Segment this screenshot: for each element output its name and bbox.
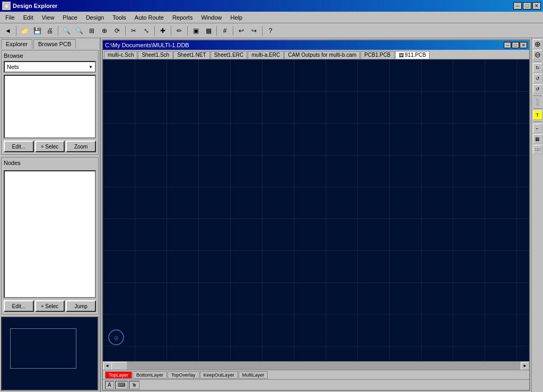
tab-multi-a-erc[interactable]: multi-a.ERC bbox=[248, 51, 284, 59]
toolbar-wire-btn[interactable]: ⤡ bbox=[141, 25, 152, 37]
toolbar-hash-btn[interactable]: # bbox=[219, 25, 231, 37]
toolbar-zoom2-btn[interactable]: ⊕ bbox=[99, 25, 110, 37]
status-keyboard: ⌨ bbox=[115, 381, 128, 389]
menu-bar: File Edit View Place Design Tools Auto R… bbox=[0, 12, 543, 23]
menu-autoroute[interactable]: Auto Route bbox=[130, 13, 168, 22]
menu-tools[interactable]: Tools bbox=[108, 13, 130, 22]
nodes-jump-button[interactable]: Jump bbox=[66, 300, 96, 312]
h-scrollbar[interactable]: ◄ ► bbox=[103, 361, 529, 370]
menu-view[interactable]: View bbox=[38, 13, 59, 22]
toolbar-cut-btn[interactable]: ✂ bbox=[128, 25, 139, 37]
compass-indicator: ◎ bbox=[108, 329, 124, 345]
layer-tab-keepout[interactable]: KeepOutLayer bbox=[200, 371, 238, 379]
toolbar-save-btn[interactable]: 💾 bbox=[31, 25, 43, 37]
pcb-grid bbox=[103, 59, 529, 361]
nodes-edit-button[interactable]: Edit... bbox=[4, 300, 34, 312]
minimize-button[interactable]: ─ bbox=[513, 2, 522, 10]
rt-grid-btn[interactable]: ▦ bbox=[533, 134, 542, 144]
rt-rotccw-btn[interactable]: ↺ bbox=[533, 74, 542, 83]
tab-explorer[interactable]: Explorer bbox=[1, 39, 32, 49]
nodes-list[interactable] bbox=[4, 170, 96, 298]
map-preview bbox=[1, 317, 99, 391]
close-button[interactable]: ✕ bbox=[532, 2, 541, 10]
browse-section: Browse Nets ▼ Edit... ≡ Selec Zoom bbox=[1, 50, 99, 155]
layer-tab-multi[interactable]: MultiLayer bbox=[239, 371, 268, 379]
browse-action-buttons: Edit... ≡ Selec Zoom bbox=[4, 141, 96, 152]
doc-maximize-btn[interactable]: □ bbox=[512, 42, 519, 48]
toolbar-pad-btn[interactable]: ▦ bbox=[203, 25, 214, 37]
toolbar-cross-btn[interactable]: ✚ bbox=[157, 25, 169, 37]
toolbar-redraw-btn[interactable]: ⟳ bbox=[111, 25, 123, 37]
main-layout: Explorer Browse PCB Browse Nets ▼ Edit..… bbox=[0, 38, 543, 392]
rt-dotgrid-btn[interactable]: ∷∷ bbox=[533, 145, 542, 154]
menu-edit[interactable]: Edit bbox=[19, 13, 38, 22]
nodes-action-buttons: Edit... ≡ Selec Jump bbox=[4, 300, 96, 312]
h-scroll-thumb[interactable] bbox=[111, 362, 127, 370]
toolbar-undo-btn[interactable]: ↩ bbox=[235, 25, 247, 37]
toolbar-arrow-btn[interactable]: ◄ bbox=[2, 25, 14, 37]
right-toolbar: ⊕ ⊖ ↻ ↺ ↺ |0,0 T ⌐ ▦ ∷∷ bbox=[531, 38, 543, 392]
nets-dropdown[interactable]: Nets ▼ bbox=[4, 61, 96, 73]
browse-zoom-button[interactable]: Zoom bbox=[66, 141, 96, 152]
toolbar-open-btn[interactable]: 📁 bbox=[19, 25, 30, 37]
pcb-canvas[interactable]: ◎ bbox=[103, 59, 529, 361]
toolbar-pencil-btn[interactable]: ✏ bbox=[173, 25, 185, 37]
layer-tab-top[interactable]: TopLayer bbox=[105, 371, 132, 379]
rt-zoomout-btn[interactable]: ⊖ bbox=[533, 50, 542, 59]
toolbar: ◄ 📁 💾 🖨 🔍 🔍 ⊞ ⊕ ⟳ ✂ ⤡ ✚ ✏ ▣ ▦ # ↩ ↪ ? bbox=[0, 23, 543, 38]
toolbar-zoomin-btn[interactable]: 🔍 bbox=[60, 25, 72, 37]
menu-window[interactable]: Window bbox=[197, 13, 226, 22]
content-area: C:\My Documents\MULTI-1.DDB ─ □ ✕ multi-… bbox=[101, 38, 531, 392]
menu-file[interactable]: File bbox=[1, 13, 19, 22]
scroll-right-btn[interactable]: ► bbox=[521, 362, 529, 370]
toolbar-comp-btn[interactable]: ▣ bbox=[190, 25, 202, 37]
menu-help[interactable]: Help bbox=[226, 13, 247, 22]
layer-tab-bottom[interactable]: BottomLayer bbox=[133, 371, 167, 379]
rt-rotcw-btn[interactable]: ↻ bbox=[533, 63, 542, 73]
doc-close-btn[interactable]: ✕ bbox=[520, 42, 527, 48]
nodes-select-button[interactable]: ≡ Selec bbox=[35, 300, 65, 312]
doc-title: C:\My Documents\MULTI-1.DDB bbox=[105, 42, 189, 48]
h-scroll-track[interactable] bbox=[111, 362, 521, 370]
tab-911-pcb[interactable]: 🖼 911.PCB bbox=[395, 51, 430, 59]
dropdown-arrow-icon: ▼ bbox=[89, 65, 93, 69]
title-bar: ◈ Design Explorer ─ □ ✕ bbox=[0, 0, 543, 12]
tab-cam-outputs[interactable]: CAM Outputs for multi-b.cam bbox=[284, 51, 360, 59]
coord-display: |0,0 bbox=[535, 98, 540, 107]
tab-multi-c-sch[interactable]: multi-c.Sch bbox=[104, 51, 137, 59]
panel-tabs: Explorer Browse PCB bbox=[0, 38, 100, 49]
rt-rot2-btn[interactable]: ↺ bbox=[533, 84, 542, 94]
tab-sheet1-net[interactable]: Sheet1.NET bbox=[173, 51, 209, 59]
status-a: A bbox=[105, 381, 114, 389]
app-title: Design Explorer bbox=[13, 3, 57, 9]
toolbar-zoomfit-btn[interactable]: ⊞ bbox=[86, 25, 98, 37]
tab-browse-pcb[interactable]: Browse PCB bbox=[33, 39, 76, 49]
browse-select-button[interactable]: ≡ Selec bbox=[35, 141, 65, 152]
menu-design[interactable]: Design bbox=[82, 13, 108, 22]
maximize-button[interactable]: □ bbox=[523, 2, 531, 10]
scroll-left-btn[interactable]: ◄ bbox=[103, 362, 111, 370]
rt-text-btn[interactable]: T bbox=[533, 110, 542, 120]
browse-edit-button[interactable]: Edit... bbox=[4, 141, 34, 152]
status-bar: A ⌨ 🖱 bbox=[103, 379, 529, 390]
rt-zoomin-btn[interactable]: ⊕ bbox=[533, 39, 542, 49]
toolbar-redo-btn[interactable]: ↪ bbox=[248, 25, 260, 37]
tab-sheet1-erc[interactable]: Sheet1.ERC bbox=[211, 51, 248, 59]
doc-minimize-btn[interactable]: ─ bbox=[504, 42, 511, 48]
left-panel: Explorer Browse PCB Browse Nets ▼ Edit..… bbox=[0, 38, 101, 392]
tab-pcb1[interactable]: PCB1.PCB bbox=[361, 51, 394, 59]
toolbar-print-btn[interactable]: 🖨 bbox=[44, 25, 56, 37]
browse-list[interactable] bbox=[4, 75, 96, 138]
tab-sheet1-sch[interactable]: Sheet1.Sch bbox=[138, 51, 173, 59]
doc-tabs: multi-c.Sch Sheet1.Sch Sheet1.NET Sheet1… bbox=[103, 50, 529, 59]
layer-tab-topoverlay[interactable]: TopOverlay bbox=[168, 371, 199, 379]
doc-title-bar: C:\My Documents\MULTI-1.DDB ─ □ ✕ bbox=[103, 40, 529, 50]
browse-label: Browse bbox=[4, 53, 96, 59]
menu-reports[interactable]: Reports bbox=[168, 13, 197, 22]
toolbar-help-btn[interactable]: ? bbox=[265, 25, 276, 37]
map-rect bbox=[10, 328, 76, 369]
app-icon: ◈ bbox=[2, 2, 11, 10]
menu-place[interactable]: Place bbox=[58, 13, 82, 22]
toolbar-zoomout-btn[interactable]: 🔍 bbox=[73, 25, 85, 37]
rt-corner-btn[interactable]: ⌐ bbox=[533, 124, 542, 133]
